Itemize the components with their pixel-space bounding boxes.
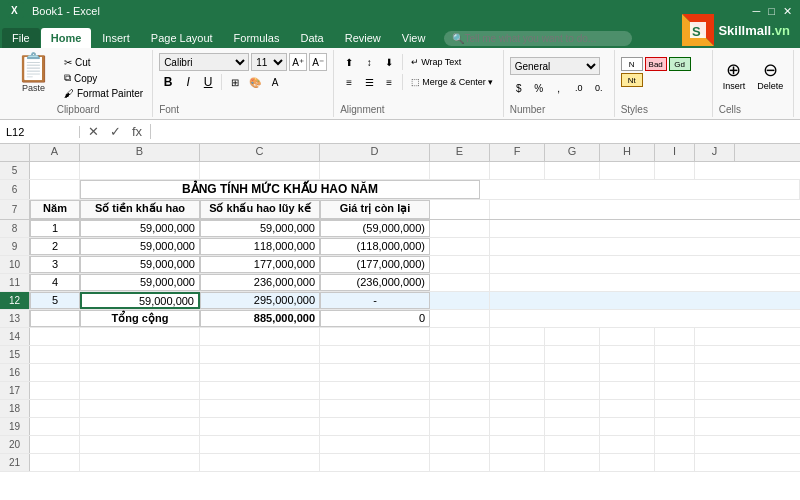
cell[interactable]: [490, 436, 545, 453]
cell[interactable]: [695, 400, 800, 417]
cell-a8[interactable]: 1: [30, 220, 80, 237]
cell-b10[interactable]: 59,000,000: [80, 256, 200, 273]
tab-data[interactable]: Data: [290, 28, 333, 48]
cell[interactable]: [200, 418, 320, 435]
cell[interactable]: [30, 328, 80, 345]
cell[interactable]: [695, 454, 800, 471]
cell[interactable]: [695, 346, 800, 363]
cell[interactable]: [490, 292, 800, 309]
delete-button[interactable]: ⊖ Delete: [753, 57, 787, 93]
decrease-font-btn[interactable]: A⁻: [309, 53, 327, 71]
cell[interactable]: [430, 454, 490, 471]
cell[interactable]: [490, 454, 545, 471]
font-family-select[interactable]: Calibri: [159, 53, 249, 71]
cell-b8[interactable]: 59,000,000: [80, 220, 200, 237]
cell-c9[interactable]: 118,000,000: [200, 238, 320, 255]
cell[interactable]: [600, 436, 655, 453]
currency-btn[interactable]: $: [510, 79, 528, 97]
cell[interactable]: [320, 400, 430, 417]
align-right-btn[interactable]: ≡: [380, 73, 398, 91]
cell-a9[interactable]: 2: [30, 238, 80, 255]
number-format-select[interactable]: General: [510, 57, 600, 75]
cell[interactable]: [600, 328, 655, 345]
cell[interactable]: [695, 364, 800, 381]
cell[interactable]: [430, 162, 490, 179]
cell[interactable]: [600, 364, 655, 381]
cell[interactable]: [655, 454, 695, 471]
cell[interactable]: [200, 382, 320, 399]
cell[interactable]: [490, 162, 545, 179]
tab-review[interactable]: Review: [335, 28, 391, 48]
cell[interactable]: [655, 328, 695, 345]
tab-file[interactable]: File: [2, 28, 40, 48]
col-header-a[interactable]: A: [30, 144, 80, 161]
cell[interactable]: [430, 200, 490, 219]
tab-view[interactable]: View: [392, 28, 436, 48]
cell-a12[interactable]: 5: [30, 292, 80, 309]
cell[interactable]: [200, 454, 320, 471]
cell[interactable]: [600, 418, 655, 435]
cell-d13[interactable]: 0: [320, 310, 430, 327]
cell[interactable]: [320, 436, 430, 453]
cell[interactable]: [655, 346, 695, 363]
cell[interactable]: [30, 364, 80, 381]
cell-b9[interactable]: 59,000,000: [80, 238, 200, 255]
cell[interactable]: [695, 418, 800, 435]
cell[interactable]: [80, 382, 200, 399]
col-header-i[interactable]: I: [655, 144, 695, 161]
tab-page-layout[interactable]: Page Layout: [141, 28, 223, 48]
cell[interactable]: [490, 238, 800, 255]
cell-a13[interactable]: [30, 310, 80, 327]
cell[interactable]: [545, 162, 600, 179]
cell[interactable]: [655, 364, 695, 381]
insert-button[interactable]: ⊕ Insert: [719, 57, 750, 93]
name-box[interactable]: L12: [0, 126, 80, 138]
cell-header-sotien[interactable]: Số tiền khấu hao: [80, 200, 200, 219]
cell[interactable]: [320, 346, 430, 363]
cell[interactable]: [490, 274, 800, 291]
cell-header-sokhauhaoluyke[interactable]: Số khấu hao lũy kế: [200, 200, 320, 219]
cell-d9[interactable]: (118,000,000): [320, 238, 430, 255]
font-color-button[interactable]: A: [266, 73, 284, 91]
cell[interactable]: [200, 400, 320, 417]
cell[interactable]: [490, 418, 545, 435]
cell[interactable]: [695, 162, 735, 179]
tab-home[interactable]: Home: [41, 28, 92, 48]
cell[interactable]: [80, 454, 200, 471]
cell[interactable]: [695, 328, 800, 345]
cell[interactable]: [30, 436, 80, 453]
search-input[interactable]: [464, 33, 624, 44]
cell-c12[interactable]: 295,000,000: [200, 292, 320, 309]
bold-button[interactable]: B: [159, 73, 177, 91]
col-header-b[interactable]: B: [80, 144, 200, 161]
cell[interactable]: [545, 328, 600, 345]
cell[interactable]: [430, 292, 490, 309]
cell[interactable]: [80, 364, 200, 381]
cell[interactable]: [30, 454, 80, 471]
cell[interactable]: [490, 220, 800, 237]
italic-button[interactable]: I: [179, 73, 197, 91]
cell[interactable]: [430, 418, 490, 435]
cell[interactable]: [490, 400, 545, 417]
cell[interactable]: [600, 162, 655, 179]
underline-button[interactable]: U: [199, 73, 217, 91]
cell[interactable]: [80, 162, 200, 179]
cell[interactable]: [30, 418, 80, 435]
cell-b13[interactable]: Tổng cộng: [80, 310, 200, 327]
cell[interactable]: [655, 418, 695, 435]
style-neutral[interactable]: Nt: [621, 73, 643, 87]
col-header-c[interactable]: C: [200, 144, 320, 161]
col-header-h[interactable]: H: [600, 144, 655, 161]
cell-d10[interactable]: (177,000,000): [320, 256, 430, 273]
cell[interactable]: [490, 364, 545, 381]
align-bottom-btn[interactable]: ⬇: [380, 53, 398, 71]
cell[interactable]: [655, 400, 695, 417]
paste-button[interactable]: 📋 Paste: [10, 52, 57, 95]
tab-insert[interactable]: Insert: [92, 28, 140, 48]
cell[interactable]: [490, 200, 800, 219]
border-button[interactable]: ⊞: [226, 73, 244, 91]
cell[interactable]: [545, 454, 600, 471]
cell-title[interactable]: BẢNG TÍNH MỨC KHẤU HAO NĂM: [80, 180, 480, 199]
cell[interactable]: [430, 256, 490, 273]
cell[interactable]: [30, 346, 80, 363]
